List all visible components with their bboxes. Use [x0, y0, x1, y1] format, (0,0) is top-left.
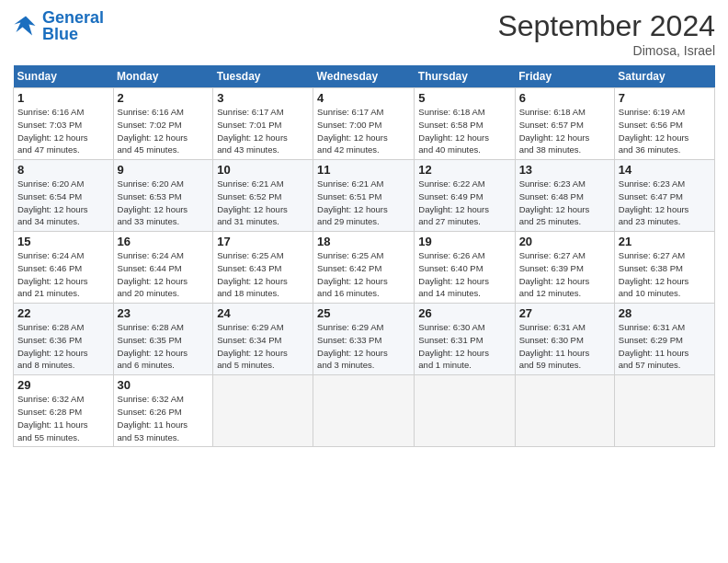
- day-info: Sunrise: 6:31 AMSunset: 6:30 PMDaylight:…: [519, 321, 610, 372]
- day-number: 8: [17, 163, 109, 177]
- day-number: 5: [418, 91, 510, 105]
- day-number: 24: [217, 306, 309, 320]
- day-info: Sunrise: 6:22 AMSunset: 6:49 PMDaylight:…: [418, 178, 510, 228]
- day-info: Sunrise: 6:31 AMSunset: 6:29 PMDaylight:…: [619, 321, 711, 372]
- day-number: 15: [17, 235, 109, 248]
- table-row: 9Sunrise: 6:20 AMSunset: 6:53 PMDaylight…: [113, 160, 213, 232]
- day-number: 25: [317, 306, 410, 320]
- table-row: 30Sunrise: 6:32 AMSunset: 6:26 PMDayligh…: [113, 375, 213, 447]
- table-row: 27Sunrise: 6:31 AMSunset: 6:30 PMDayligh…: [515, 304, 614, 375]
- day-number: 22: [17, 306, 109, 320]
- table-row: 10Sunrise: 6:21 AMSunset: 6:52 PMDayligh…: [213, 160, 313, 232]
- day-number: 23: [118, 306, 210, 320]
- table-row: 5Sunrise: 6:18 AMSunset: 6:58 PMDaylight…: [415, 88, 515, 160]
- col-saturday: Saturday: [614, 65, 714, 88]
- day-info: Sunrise: 6:29 AMSunset: 6:34 PMDaylight:…: [217, 321, 309, 372]
- day-info: Sunrise: 6:32 AMSunset: 6:26 PMDaylight:…: [118, 393, 210, 443]
- day-info: Sunrise: 6:25 AMSunset: 6:43 PMDaylight:…: [217, 249, 309, 300]
- day-info: Sunrise: 6:25 AMSunset: 6:42 PMDaylight:…: [317, 249, 410, 300]
- day-info: Sunrise: 6:18 AMSunset: 6:57 PMDaylight:…: [519, 106, 610, 156]
- day-info: Sunrise: 6:27 AMSunset: 6:38 PMDaylight:…: [619, 249, 711, 300]
- table-row: 23Sunrise: 6:28 AMSunset: 6:35 PMDayligh…: [113, 304, 213, 375]
- day-number: 30: [118, 378, 210, 392]
- day-number: 13: [519, 163, 610, 177]
- day-number: 10: [217, 163, 309, 177]
- table-row: 16Sunrise: 6:24 AMSunset: 6:44 PMDayligh…: [113, 232, 213, 304]
- day-number: 9: [118, 163, 210, 177]
- table-row: 20Sunrise: 6:27 AMSunset: 6:39 PMDayligh…: [515, 232, 614, 304]
- calendar-table: Sunday Monday Tuesday Wednesday Thursday…: [13, 65, 715, 447]
- day-number: 18: [317, 235, 410, 248]
- logo-general: General: [42, 8, 104, 27]
- day-number: 3: [217, 91, 309, 105]
- day-info: Sunrise: 6:19 AMSunset: 6:56 PMDaylight:…: [619, 106, 711, 156]
- day-info: Sunrise: 6:20 AMSunset: 6:54 PMDaylight:…: [17, 178, 109, 228]
- day-number: 7: [619, 91, 711, 105]
- day-info: Sunrise: 6:23 AMSunset: 6:47 PMDaylight:…: [619, 178, 711, 228]
- table-row: 29Sunrise: 6:32 AMSunset: 6:28 PMDayligh…: [14, 375, 114, 447]
- table-row: [213, 375, 313, 447]
- day-info: Sunrise: 6:16 AMSunset: 7:03 PMDaylight:…: [17, 106, 109, 156]
- page-container: General Blue September 2024 Dimosa, Isra…: [0, 0, 728, 563]
- table-row: 24Sunrise: 6:29 AMSunset: 6:34 PMDayligh…: [213, 304, 313, 375]
- day-number: 11: [317, 163, 410, 177]
- table-row: 13Sunrise: 6:23 AMSunset: 6:48 PMDayligh…: [515, 160, 614, 232]
- day-info: Sunrise: 6:30 AMSunset: 6:31 PMDaylight:…: [418, 321, 510, 372]
- table-row: [614, 375, 714, 447]
- table-row: 6Sunrise: 6:18 AMSunset: 6:57 PMDaylight…: [515, 88, 614, 160]
- day-number: 29: [17, 378, 109, 392]
- day-info: Sunrise: 6:16 AMSunset: 7:02 PMDaylight:…: [118, 106, 210, 156]
- day-info: Sunrise: 6:21 AMSunset: 6:52 PMDaylight:…: [217, 178, 309, 228]
- table-row: 3Sunrise: 6:17 AMSunset: 7:01 PMDaylight…: [213, 88, 313, 160]
- table-row: 1Sunrise: 6:16 AMSunset: 7:03 PMDaylight…: [14, 88, 114, 160]
- table-row: 4Sunrise: 6:17 AMSunset: 7:00 PMDaylight…: [313, 88, 415, 160]
- day-number: 28: [619, 306, 711, 320]
- location: Dimosa, Israel: [497, 43, 715, 58]
- day-number: 12: [418, 163, 510, 177]
- table-row: 25Sunrise: 6:29 AMSunset: 6:33 PMDayligh…: [313, 304, 415, 375]
- day-number: 21: [619, 235, 711, 248]
- day-info: Sunrise: 6:17 AMSunset: 7:00 PMDaylight:…: [317, 106, 410, 156]
- day-number: 2: [118, 91, 210, 105]
- day-info: Sunrise: 6:23 AMSunset: 6:48 PMDaylight:…: [519, 178, 610, 228]
- table-row: 12Sunrise: 6:22 AMSunset: 6:49 PMDayligh…: [415, 160, 515, 232]
- day-info: Sunrise: 6:21 AMSunset: 6:51 PMDaylight:…: [317, 178, 410, 228]
- table-row: 21Sunrise: 6:27 AMSunset: 6:38 PMDayligh…: [614, 232, 714, 304]
- day-info: Sunrise: 6:26 AMSunset: 6:40 PMDaylight:…: [418, 249, 510, 300]
- table-row: 2Sunrise: 6:16 AMSunset: 7:02 PMDaylight…: [113, 88, 213, 160]
- logo-text: General Blue: [42, 9, 104, 42]
- logo-blue: Blue: [42, 25, 78, 43]
- day-info: Sunrise: 6:24 AMSunset: 6:46 PMDaylight:…: [17, 249, 109, 300]
- day-info: Sunrise: 6:24 AMSunset: 6:44 PMDaylight:…: [118, 249, 210, 300]
- table-row: [515, 375, 614, 447]
- logo-icon: [13, 13, 39, 39]
- day-info: Sunrise: 6:28 AMSunset: 6:35 PMDaylight:…: [118, 321, 210, 372]
- day-info: Sunrise: 6:27 AMSunset: 6:39 PMDaylight:…: [519, 249, 610, 300]
- table-row: 8Sunrise: 6:20 AMSunset: 6:54 PMDaylight…: [14, 160, 114, 232]
- table-row: 7Sunrise: 6:19 AMSunset: 6:56 PMDaylight…: [614, 88, 714, 160]
- day-number: 20: [519, 235, 610, 248]
- day-number: 14: [619, 163, 711, 177]
- table-row: 17Sunrise: 6:25 AMSunset: 6:43 PMDayligh…: [213, 232, 313, 304]
- col-sunday: Sunday: [14, 65, 114, 88]
- day-number: 19: [418, 235, 510, 248]
- table-row: 19Sunrise: 6:26 AMSunset: 6:40 PMDayligh…: [415, 232, 515, 304]
- table-row: 11Sunrise: 6:21 AMSunset: 6:51 PMDayligh…: [313, 160, 415, 232]
- day-number: 16: [118, 235, 210, 248]
- col-monday: Monday: [113, 65, 213, 88]
- day-number: 26: [418, 306, 510, 320]
- header: General Blue September 2024 Dimosa, Isra…: [13, 9, 715, 58]
- table-row: 18Sunrise: 6:25 AMSunset: 6:42 PMDayligh…: [313, 232, 415, 304]
- day-number: 4: [317, 91, 410, 105]
- day-number: 17: [217, 235, 309, 248]
- title-block: September 2024 Dimosa, Israel: [497, 9, 715, 58]
- svg-marker-0: [14, 17, 35, 36]
- table-row: [313, 375, 415, 447]
- col-thursday: Thursday: [415, 65, 515, 88]
- month-title: September 2024: [497, 9, 715, 43]
- col-tuesday: Tuesday: [213, 65, 313, 88]
- day-info: Sunrise: 6:20 AMSunset: 6:53 PMDaylight:…: [118, 178, 210, 228]
- day-info: Sunrise: 6:17 AMSunset: 7:01 PMDaylight:…: [217, 106, 309, 156]
- day-number: 27: [519, 306, 610, 320]
- table-row: 28Sunrise: 6:31 AMSunset: 6:29 PMDayligh…: [614, 304, 714, 375]
